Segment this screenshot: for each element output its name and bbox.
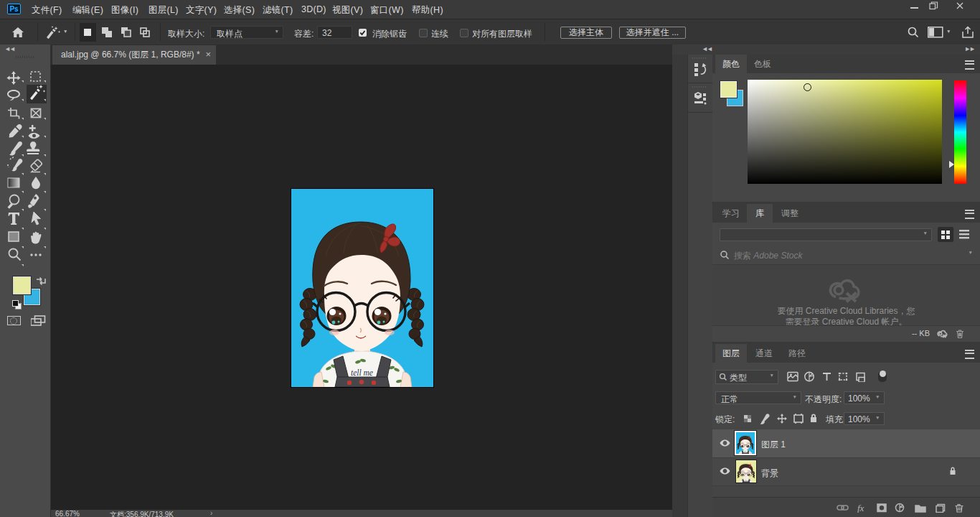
- svg-text:fx: fx: [857, 503, 864, 513]
